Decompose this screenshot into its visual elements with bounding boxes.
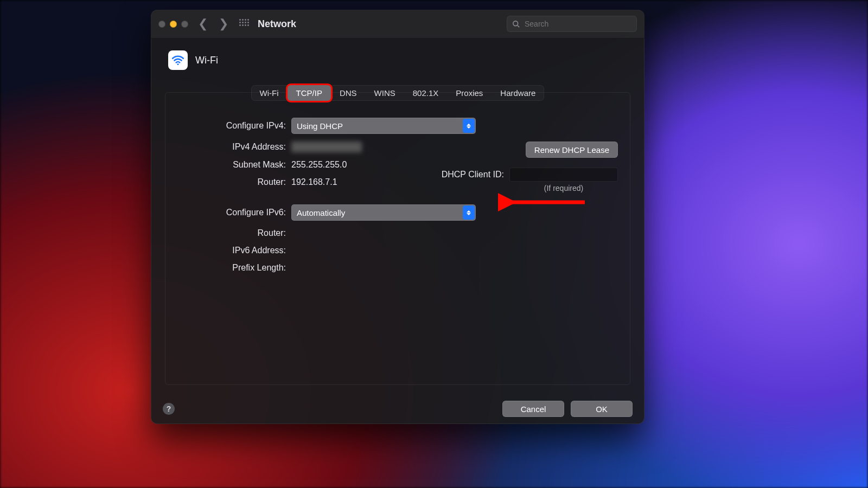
help-button[interactable]: ? bbox=[163, 403, 175, 415]
router-label: Router: bbox=[177, 177, 291, 187]
configure-ipv6-value: Automatically bbox=[297, 208, 345, 217]
window-title: Network bbox=[258, 18, 296, 30]
ipv4-address-value-redacted bbox=[291, 142, 362, 152]
tcpip-panel: Configure IPv4: Using DHCP IPv4 Address:… bbox=[165, 92, 630, 385]
tab-proxies[interactable]: Proxies bbox=[447, 85, 492, 101]
tab-bar: Wi-Fi TCP/IP DNS WINS 802.1X Proxies Har… bbox=[251, 85, 545, 101]
dhcp-side-panel: Renew DHCP Lease DHCP Client ID: (If req… bbox=[423, 142, 618, 192]
close-window-button[interactable] bbox=[158, 21, 165, 28]
window-controls bbox=[158, 21, 188, 28]
nav-arrows: ❮ ❯ bbox=[198, 17, 228, 31]
search-field[interactable] bbox=[507, 16, 637, 32]
ipv4-address-label: IPv4 Address: bbox=[177, 142, 291, 152]
zoom-window-button[interactable] bbox=[181, 21, 188, 28]
tab-wifi[interactable]: Wi-Fi bbox=[251, 85, 288, 101]
show-all-icon[interactable] bbox=[239, 19, 249, 29]
dhcp-client-id-input[interactable] bbox=[509, 168, 618, 182]
chevron-updown-icon bbox=[463, 119, 475, 133]
network-preferences-window: ❮ ❯ Network Wi-Fi bbox=[151, 10, 644, 424]
chevron-updown-icon bbox=[463, 206, 475, 220]
wifi-icon bbox=[168, 50, 188, 70]
dialog-footer: ? Cancel OK bbox=[163, 401, 633, 417]
router-value: 192.168.7.1 bbox=[291, 177, 337, 187]
configure-ipv4-select[interactable]: Using DHCP bbox=[291, 118, 476, 134]
subnet-mask-label: Subnet Mask: bbox=[177, 160, 291, 170]
router6-label: Router: bbox=[177, 228, 291, 238]
ok-button[interactable]: OK bbox=[571, 401, 633, 417]
tab-dns[interactable]: DNS bbox=[331, 85, 366, 101]
forward-button[interactable]: ❯ bbox=[219, 17, 228, 31]
svg-line-1 bbox=[518, 25, 519, 27]
prefix-length-label: Prefix Length: bbox=[177, 263, 291, 273]
interface-title: Wi-Fi bbox=[195, 55, 218, 66]
tab-tcpip[interactable]: TCP/IP bbox=[288, 85, 331, 101]
interface-header: Wi-Fi bbox=[168, 50, 630, 70]
search-icon bbox=[512, 20, 520, 28]
configure-ipv4-label: Configure IPv4: bbox=[177, 121, 291, 131]
tab-8021x[interactable]: 802.1X bbox=[404, 85, 448, 101]
configure-ipv6-select[interactable]: Automatically bbox=[291, 204, 476, 221]
titlebar: ❮ ❯ Network bbox=[151, 10, 644, 38]
subnet-mask-value: 255.255.255.0 bbox=[291, 160, 347, 170]
configure-ipv6-label: Configure IPv6: bbox=[177, 208, 291, 217]
minimize-window-button[interactable] bbox=[170, 21, 177, 28]
back-button[interactable]: ❮ bbox=[198, 17, 208, 31]
tab-wins[interactable]: WINS bbox=[366, 85, 404, 101]
content-area: Wi-Fi Wi-Fi TCP/IP DNS WINS 802.1X Proxi… bbox=[151, 38, 644, 425]
svg-point-0 bbox=[513, 21, 518, 25]
dhcp-client-id-label: DHCP Client ID: bbox=[442, 170, 504, 179]
renew-dhcp-lease-button[interactable]: Renew DHCP Lease bbox=[526, 142, 618, 158]
ipv6-address-label: IPv6 Address: bbox=[177, 246, 291, 255]
cancel-button[interactable]: Cancel bbox=[502, 401, 564, 417]
configure-ipv4-value: Using DHCP bbox=[297, 121, 343, 131]
tab-hardware[interactable]: Hardware bbox=[492, 85, 544, 101]
search-input[interactable] bbox=[524, 19, 631, 29]
dhcp-client-id-hint: (If required) bbox=[509, 184, 618, 192]
svg-point-2 bbox=[177, 63, 178, 65]
